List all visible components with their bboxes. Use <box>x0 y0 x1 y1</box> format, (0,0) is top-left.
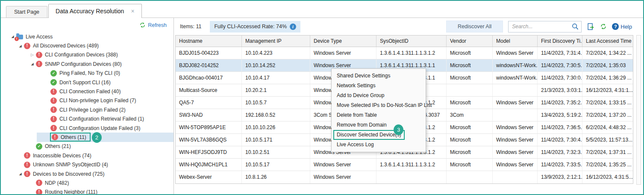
column-header[interactable]: Model <box>493 35 538 47</box>
column-header[interactable]: First Discovery Ti... <box>538 35 582 47</box>
tree-item[interactable]: !CLI Configuration Retrieval Failed (1) <box>1 115 173 124</box>
device-tree: ◢!Live Access◢!All Discovered Devices (4… <box>1 32 173 195</box>
table-cell: Multicast-Source <box>176 84 242 96</box>
tree-item[interactable]: !CLI Connection Failed (40) <box>1 87 173 96</box>
tab-bar: Start Page Data Accuracy Resolution × <box>1 1 643 18</box>
info-icon[interactable]: i <box>290 24 296 30</box>
context-menu-item[interactable]: Live Access Log <box>332 140 426 150</box>
context-menu-item-label: Move Selected IPs to Do-Not-Scan IP List <box>337 102 432 108</box>
tree-item[interactable]: ◢!SNMP Configuration Devices (80) <box>1 59 173 68</box>
help-button[interactable]: ? Help <box>612 23 632 30</box>
column-header[interactable]: Management IP <box>242 35 310 47</box>
table-cell: WIN-HEFJSODJ9TD <box>176 146 242 158</box>
table-row[interactable]: Webex-Server10.8.1.26Windows Server13/9/… <box>176 171 633 183</box>
error-icon: ! <box>36 52 42 58</box>
table-row[interactable]: BJDJ015-00422310.10.4.223Windows Server1… <box>176 47 633 59</box>
tree-item[interactable]: ✓Don't Support CLI (16) <box>1 78 173 87</box>
collapsed-arrow-icon[interactable]: ▷ <box>29 53 35 57</box>
tree-item[interactable]: !CLI Configuration Update Failed (3) <box>1 124 173 133</box>
column-header[interactable]: Vendor <box>447 35 493 47</box>
table-cell: 13/4/2023, 5:19:2... <box>538 109 582 121</box>
table-cell: Windows Server <box>310 47 376 59</box>
context-menu-item[interactable]: Network Settings <box>332 81 426 91</box>
table-cell: 11/4/2023, 7:30:4... <box>538 134 582 146</box>
context-menu-item[interactable]: Move Selected IPs to Do-Not-Scan IP List <box>332 100 426 110</box>
column-header[interactable]: Last Accessed Time <box>582 35 633 47</box>
success-icon: ✓ <box>50 79 57 86</box>
error-icon: ! <box>36 61 42 67</box>
expanded-arrow-icon[interactable]: ◢ <box>29 62 35 66</box>
table-cell: 10.10.10.226 <box>242 121 310 133</box>
tree-item[interactable]: !NDP (482) <box>1 178 173 187</box>
error-icon: ! <box>50 106 57 113</box>
table-cell: 16/12/2023, 4:31:5... <box>582 171 633 183</box>
tree-item[interactable]: ✓Others (21) <box>1 142 173 151</box>
table-cell <box>493 84 538 96</box>
table-cell <box>493 109 538 121</box>
tree-item[interactable]: ✓Ping Failed, No Try CLI (0) <box>1 69 173 78</box>
error-icon: ! <box>52 134 58 140</box>
tree-item-label: Inaccessible Devices (74) <box>33 153 91 159</box>
context-menu-item-label: Remove from Domain <box>337 122 387 128</box>
refresh-icon <box>600 23 607 30</box>
tree-item[interactable]: !Routing Neighbor (111) <box>1 188 173 195</box>
table-cell: 1.3.6.1.4.1.311.1.1.3.1.2 <box>376 159 447 171</box>
device-table-panel: Items: 11 Fully CLI-Accessed Rate: 74% i… <box>174 18 643 194</box>
table-cell: 3Com <box>447 109 493 121</box>
table-cell: Microsoft <box>447 59 493 71</box>
context-menu-item-discover-selected-devices[interactable]: Discover Selected Device(s)3 <box>332 130 426 140</box>
column-header[interactable]: Hostname <box>176 35 242 47</box>
tree-item-label: Don't Support CLI (16) <box>59 80 111 86</box>
column-header[interactable]: Device Type <box>310 35 376 47</box>
table-cell: Microsoft <box>447 47 493 59</box>
table-cell: 7/2/2024, 1:35:03 <box>582 59 633 71</box>
tree-item[interactable]: ◢!All Discovered Devices (489) <box>1 41 173 50</box>
device-tree-panel: Refresh ◢!Live Access◢!All Discovered De… <box>1 18 174 194</box>
tree-item[interactable]: !Unknown SNMP SysObjectID (4) <box>1 160 173 169</box>
tab-data-accuracy-resolution[interactable]: Data Accuracy Resolution × <box>48 4 142 18</box>
table-refresh-button[interactable] <box>600 23 607 30</box>
error-icon: ! <box>24 43 30 49</box>
table-cell: 13/9/2023, 2:12:1... <box>538 171 582 183</box>
export-button[interactable] <box>587 23 595 31</box>
table-cell: 11/4/2023, 7:30:0... <box>538 72 582 84</box>
tree-item[interactable]: !CLI Non-privilege Login Failed (7) <box>1 96 173 105</box>
success-icon: ✓ <box>36 143 42 150</box>
tree-item[interactable]: !Inaccessible Devices (74) <box>1 151 173 160</box>
table-row[interactable]: WIN-HQ0JMCH1PL110.10.5.17Windows Server1… <box>176 159 633 171</box>
expanded-arrow-icon[interactable]: ◢ <box>17 172 24 176</box>
table-cell <box>376 171 447 183</box>
tree-item[interactable]: ◢!Devices to be Discovered (725) <box>1 169 173 178</box>
expanded-arrow-icon[interactable]: ◢ <box>17 44 24 48</box>
table-cell: 10.8.1.26 <box>242 171 310 183</box>
table-cell: SW3-NAD <box>176 109 242 121</box>
context-menu-item[interactable]: Add to Device Group <box>332 91 426 100</box>
search-input[interactable] <box>512 24 571 30</box>
tree-item[interactable]: ▷!CLI Configuration Devices (388) <box>1 50 173 59</box>
table-cell: 11/4/2023, 7:31:4... <box>538 47 582 59</box>
table-cell: BJDJ015-004223 <box>176 47 242 59</box>
close-tab-icon[interactable]: × <box>131 8 134 14</box>
vertical-scrollbar[interactable] <box>636 35 641 185</box>
table-cell <box>447 171 493 183</box>
tree-item-label: CLI Configuration Retrieval Failed (1) <box>59 116 144 122</box>
error-icon: ! <box>50 98 57 104</box>
table-cell: 10.20.2.1 <box>242 84 310 96</box>
tree-refresh-button[interactable]: Refresh <box>139 22 167 28</box>
column-header[interactable]: SysObjectID <box>376 35 447 47</box>
context-menu-item[interactable]: Shared Device Settings <box>332 71 426 81</box>
rediscover-all-button[interactable]: Rediscover All <box>446 21 503 32</box>
context-menu-item[interactable]: Remove from Domain <box>332 120 426 130</box>
search-icon[interactable] <box>571 23 579 30</box>
table-header-row: HostnameManagement IPDevice TypeSysObjec… <box>175 35 633 47</box>
tree-item[interactable]: ◢!Live Access <box>1 32 173 41</box>
search-box <box>508 21 582 32</box>
data-accuracy-resolution-window: Start Page Data Accuracy Resolution × Re… <box>0 0 644 195</box>
tab-start-page[interactable]: Start Page <box>6 6 47 18</box>
table-cell: 7/2/2024, 1:37:31 ... <box>582 146 633 158</box>
tree-item[interactable]: !CLI Privilege Login Failed (2) <box>1 105 173 114</box>
context-menu-item[interactable]: Delete from Table <box>332 110 426 120</box>
tree-item-label: CLI Configuration Devices (388) <box>45 52 118 58</box>
items-count-label: Items: 11 <box>180 24 201 30</box>
tree-item[interactable]: !Others (11)2 <box>1 133 173 142</box>
